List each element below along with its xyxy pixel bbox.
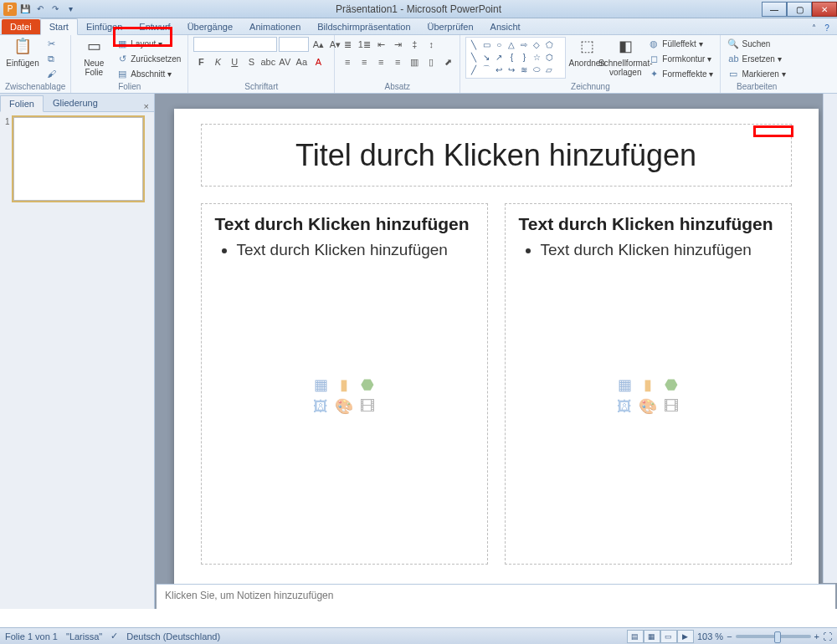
file-tab[interactable]: Datei [2, 19, 40, 34]
tab-animationen[interactable]: Animationen [241, 19, 309, 34]
insert-smartart-icon[interactable]: ⬣ [357, 376, 377, 394]
shadow-button[interactable]: abc [260, 54, 275, 69]
insert-table-icon[interactable]: ▦ [311, 376, 331, 394]
reset-button[interactable]: ↺Zurücksetzen [115, 52, 182, 65]
ribbon: 📋 Einfügen ✂ ⧉ 🖌 Zwischenablage ▭ Neue F… [0, 35, 837, 94]
statusbar: Folie 1 von 1 "Larissa" ✓ Deutsch (Deuts… [0, 627, 837, 644]
title-placeholder-text: Titel durch Klicken hinzufügen [295, 138, 696, 173]
insert-picture-icon[interactable]: 🖼 [311, 397, 331, 416]
new-slide-button[interactable]: ▭ Neue Folie [76, 37, 111, 77]
shape-fill-button[interactable]: ◍Fülleffekt ▾ [646, 37, 715, 50]
reading-view-button[interactable]: ▭ [660, 630, 677, 643]
qat-save-icon[interactable]: 💾 [18, 3, 32, 16]
insert-media-icon[interactable]: 🎞 [661, 397, 681, 416]
font-size-combo[interactable] [279, 37, 309, 52]
align-left-button[interactable]: ≡ [340, 54, 355, 69]
case-button[interactable]: Aa [294, 54, 309, 69]
tab-ansicht[interactable]: Ansicht [482, 19, 529, 34]
insert-table-icon[interactable]: ▦ [614, 376, 634, 394]
section-button[interactable]: ▤Abschnitt ▾ [115, 67, 182, 80]
align-center-button[interactable]: ≡ [357, 54, 372, 69]
shape-outline-button[interactable]: ◻Formkontur ▾ [646, 52, 715, 65]
panel-tab-outline[interactable]: Gliederung [44, 95, 107, 111]
align-text-button[interactable]: ▯ [424, 54, 439, 69]
zoom-in-button[interactable]: + [814, 631, 819, 641]
tab-ueberpruefen[interactable]: Überprüfen [419, 19, 482, 34]
qat-more-icon[interactable]: ▾ [64, 3, 77, 16]
insert-media-icon[interactable]: 🎞 [357, 397, 377, 416]
ribbon-tabstrip: Datei Start Einfügen Entwurf Übergänge A… [0, 18, 837, 35]
quickstyles-button[interactable]: ◧ Schnellformat- vorlagen [608, 37, 643, 77]
thumbnail-item[interactable]: 1 [5, 117, 149, 201]
font-family-combo[interactable] [193, 37, 277, 52]
content-placeholder-left[interactable]: Text durch Klicken hinzufügen Text durch… [201, 203, 488, 565]
spellcheck-icon[interactable]: ✓ [110, 631, 118, 641]
tab-start[interactable]: Start [40, 18, 78, 35]
qat-redo-icon[interactable]: ↷ [49, 3, 62, 16]
slide[interactable]: Titel durch Klicken hinzufügen Text durc… [174, 109, 819, 584]
italic-button[interactable]: K [210, 54, 225, 69]
notes-pane[interactable]: Klicken Sie, um Notizen hinzuzufügen [157, 584, 835, 609]
insert-clipart-icon[interactable]: 🎨 [638, 397, 658, 416]
insert-smartart-icon[interactable]: ⬣ [661, 376, 681, 394]
insert-clipart-icon[interactable]: 🎨 [334, 397, 354, 416]
help-icon[interactable]: ? [820, 21, 834, 34]
insert-chart-icon[interactable]: ▮ [638, 376, 658, 394]
tab-entwurf[interactable]: Entwurf [131, 19, 178, 34]
numbering-button[interactable]: 1≣ [357, 37, 372, 52]
justify-button[interactable]: ≡ [390, 54, 405, 69]
qat-undo-icon[interactable]: ↶ [33, 3, 47, 16]
content-placeholder-right[interactable]: Text durch Klicken hinzufügen Text durch… [505, 203, 792, 565]
copy-button[interactable]: ⧉ [44, 52, 59, 65]
thumbnail-preview [13, 117, 143, 201]
insert-chart-icon[interactable]: ▮ [334, 376, 354, 394]
bullets-button[interactable]: ≣ [340, 37, 355, 52]
panel-tab-slides[interactable]: Folien [0, 95, 44, 112]
vertical-scrollbar[interactable] [823, 94, 837, 583]
app-icon[interactable]: P [3, 3, 17, 16]
maximize-button[interactable]: ▢ [787, 2, 812, 17]
zoom-out-button[interactable]: − [727, 631, 732, 641]
panel-close-icon[interactable]: × [139, 101, 154, 111]
ribbon-minimize-icon[interactable]: ˄ [807, 21, 820, 34]
canvas[interactable]: Titel durch Klicken hinzufügen Text durc… [155, 94, 837, 584]
minimize-button[interactable]: — [762, 2, 787, 17]
paste-button[interactable]: 📋 Einfügen [5, 37, 40, 68]
fit-button[interactable]: ⛶ [823, 631, 832, 641]
shapes-gallery[interactable]: ╲▭○△⇨◇⬠ ╲↘↗{}☆⬡ ╱⌒↩↪≋⬭▱ [465, 37, 566, 79]
tab-uebergaenge[interactable]: Übergänge [179, 19, 241, 34]
font-color-button[interactable]: A [311, 54, 326, 69]
zoom-level[interactable]: 103 % [697, 631, 723, 641]
text-direction-button[interactable]: ↕ [424, 37, 439, 52]
sorter-view-button[interactable]: ▦ [644, 630, 660, 643]
insert-picture-icon[interactable]: 🖼 [614, 397, 634, 416]
normal-view-button[interactable]: ▤ [627, 630, 644, 643]
status-language[interactable]: Deutsch (Deutschland) [126, 631, 220, 641]
replace-button[interactable]: abErsetzen ▾ [726, 52, 787, 65]
align-right-button[interactable]: ≡ [373, 54, 388, 69]
bold-button[interactable]: F [193, 54, 208, 69]
slideshow-view-button[interactable]: ▶ [677, 630, 694, 643]
cut-button[interactable]: ✂ [44, 37, 59, 50]
shape-effects-button[interactable]: ✦Formeffekte ▾ [646, 67, 715, 80]
scissors-icon: ✂ [45, 38, 57, 49]
tab-einfuegen[interactable]: Einfügen [78, 19, 131, 34]
underline-button[interactable]: U [227, 54, 242, 69]
strike-button[interactable]: S [244, 54, 259, 69]
smartart-button[interactable]: ⬈ [440, 54, 455, 69]
find-button[interactable]: 🔍Suchen [726, 37, 787, 50]
tab-bildschirm[interactable]: Bildschirmpräsentation [309, 19, 418, 34]
linespacing-button[interactable]: ‡ [407, 37, 422, 52]
spacing-button[interactable]: AV [277, 54, 292, 69]
columns-button[interactable]: ▥ [407, 54, 422, 69]
grow-font-icon[interactable]: A▴ [311, 37, 326, 52]
group-slides: ▭ Neue Folie ▦Layout ▾ ↺Zurücksetzen ▤Ab… [71, 35, 188, 93]
title-placeholder[interactable]: Titel durch Klicken hinzufügen [201, 124, 792, 187]
format-painter-button[interactable]: 🖌 [44, 67, 59, 80]
zoom-slider[interactable] [736, 635, 811, 638]
close-button[interactable]: ✕ [812, 2, 837, 17]
select-button[interactable]: ▭Markieren ▾ [726, 67, 787, 80]
layout-button[interactable]: ▦Layout ▾ [115, 37, 182, 50]
dedent-button[interactable]: ⇤ [373, 37, 388, 52]
indent-button[interactable]: ⇥ [390, 37, 405, 52]
